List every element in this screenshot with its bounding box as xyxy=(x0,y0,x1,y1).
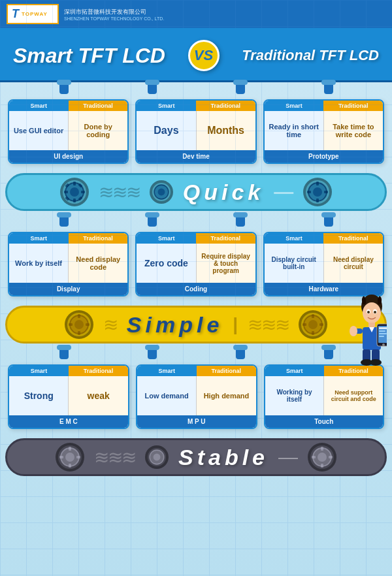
card-footer: UI design xyxy=(9,150,127,163)
traditional-text: Done by coding xyxy=(69,111,127,150)
svg-rect-20 xyxy=(78,314,80,318)
smart-text: Strong xyxy=(9,376,69,415)
simple-label: Simple xyxy=(127,312,223,338)
smart-label: Smart xyxy=(9,233,69,244)
pipe-8 xyxy=(324,215,333,227)
smart-label: Smart xyxy=(137,101,196,111)
gear-stable-right xyxy=(308,443,336,472)
svg-rect-55 xyxy=(69,447,71,451)
svg-rect-58 xyxy=(76,456,80,458)
smart-label: Smart xyxy=(137,233,196,244)
svg-point-35 xyxy=(374,311,376,313)
company-name-cn: 深圳市拓普微科技开发有限公司 xyxy=(64,8,164,16)
company-name-en: SHENZHEN TOPWAY TECHNOLOGY CO., LTD. xyxy=(64,16,164,21)
traditional-label: Traditional xyxy=(323,233,383,244)
traditional-text: Need support circuit and code xyxy=(324,376,383,415)
conveyor-wave-left: ≋≋≋ xyxy=(99,182,140,203)
svg-point-52 xyxy=(370,359,382,366)
conveyor-wave-simple: ≋ xyxy=(103,314,117,336)
card-body: Ready in short time Take time to write c… xyxy=(265,111,383,150)
svg-point-62 xyxy=(318,453,327,462)
quick-card-1: Smart Traditional Use GUI editor Done by… xyxy=(8,99,129,164)
pipe-4 xyxy=(324,82,333,94)
svg-point-31 xyxy=(363,302,381,323)
svg-rect-45 xyxy=(379,330,385,332)
smart-text: Ready in short time xyxy=(265,111,324,150)
stable-card-3: Smart Traditional Working by itself Need… xyxy=(264,364,384,429)
stable-card-2: Smart Traditional Low demand High demand… xyxy=(136,364,257,429)
card-body: Zero code Require display & touch progra… xyxy=(137,244,255,283)
simple-card-1: Smart Traditional Work by itself Need di… xyxy=(8,232,129,296)
vs-badge: VS xyxy=(188,40,220,71)
logo-letter: T xyxy=(12,7,19,21)
svg-rect-28 xyxy=(302,323,306,326)
card-header: Smart Traditional xyxy=(9,366,128,376)
card-header: Smart Traditional xyxy=(137,101,255,111)
card-footer: Display xyxy=(9,283,127,295)
card-body: Display circuit built-in Need display ci… xyxy=(265,244,383,283)
simple-conveyor: ≋ Simple | ≋≋≋ xyxy=(5,306,387,344)
smart-text: Use GUI editor xyxy=(9,111,69,150)
logo-text-box: TOPWAY xyxy=(22,11,48,17)
character xyxy=(344,295,387,369)
wave-stable-l: ≋≋≋ xyxy=(94,447,135,468)
svg-point-25 xyxy=(308,320,318,329)
gear-simple-left xyxy=(65,310,93,339)
traditional-text: Months xyxy=(197,111,255,150)
smart-text: Display circuit built-in xyxy=(265,244,324,283)
quick-card-3: Smart Traditional Ready in short time Ta… xyxy=(263,99,384,164)
svg-rect-21 xyxy=(78,331,80,335)
pipe-1 xyxy=(59,82,69,94)
svg-rect-23 xyxy=(86,323,90,326)
card-body: Days Months xyxy=(137,111,255,150)
svg-point-13 xyxy=(313,187,322,197)
card-footer: Touch xyxy=(265,415,383,428)
smart-label: Smart xyxy=(265,233,324,244)
smart-text: Working by itself xyxy=(265,376,325,415)
quick-conveyor-wrapper: ≋≋≋ Quick — xyxy=(0,173,392,211)
card-footer: Coding xyxy=(137,283,255,295)
card-footer: Dev time xyxy=(137,150,255,163)
pipe-5 xyxy=(59,215,69,227)
svg-point-19 xyxy=(74,320,84,329)
gear-mid xyxy=(150,180,173,204)
svg-rect-46 xyxy=(379,333,387,334)
smart-text: Low demand xyxy=(137,376,197,415)
svg-rect-65 xyxy=(312,456,316,458)
pipe-3 xyxy=(236,82,245,94)
traditional-label: Traditional xyxy=(197,366,256,376)
title-banner: Smart TFT LCD VS Traditional TFT LCD xyxy=(0,28,392,82)
card-footer: M P U xyxy=(137,415,256,428)
svg-rect-29 xyxy=(319,323,323,326)
smart-label: Smart xyxy=(9,101,69,111)
card-footer: E M C xyxy=(9,415,128,428)
svg-rect-36 xyxy=(368,323,375,328)
card-header: Smart Traditional xyxy=(137,366,256,376)
svg-rect-44 xyxy=(379,327,387,329)
smart-label: Smart xyxy=(9,366,69,376)
dash-decoration: — xyxy=(274,181,293,203)
traditional-text: Need display circuit xyxy=(324,244,383,283)
simple-conveyor-wrapper: ≋ Simple | ≋≋≋ xyxy=(0,306,392,344)
svg-rect-14 xyxy=(316,182,319,185)
quick-label: Quick xyxy=(183,180,264,205)
card-body: Working by itself Need support circuit a… xyxy=(265,376,383,415)
wave-right: ≋≋≋ xyxy=(248,314,289,336)
svg-rect-3 xyxy=(73,199,76,202)
dash-stable: — xyxy=(278,446,298,468)
svg-rect-66 xyxy=(329,456,333,458)
gear-left-large xyxy=(60,178,89,206)
svg-point-54 xyxy=(65,453,74,462)
smart-label: Smart xyxy=(137,366,197,376)
gear-stable-mid xyxy=(145,445,169,469)
stable-cards-section: Smart Traditional Strong weak E M C Smar… xyxy=(0,359,392,434)
svg-rect-64 xyxy=(321,464,323,468)
stable-conveyor-wrapper: ≋≋≋ Stable — xyxy=(0,438,392,476)
svg-rect-5 xyxy=(81,191,85,193)
card-body: Strong weak xyxy=(9,376,128,415)
pipe-6 xyxy=(148,215,157,227)
cursor-blink: | xyxy=(233,314,238,335)
card-header: Smart Traditional xyxy=(9,233,127,244)
smart-label: Smart xyxy=(265,101,324,111)
traditional-label: Traditional xyxy=(196,101,255,111)
